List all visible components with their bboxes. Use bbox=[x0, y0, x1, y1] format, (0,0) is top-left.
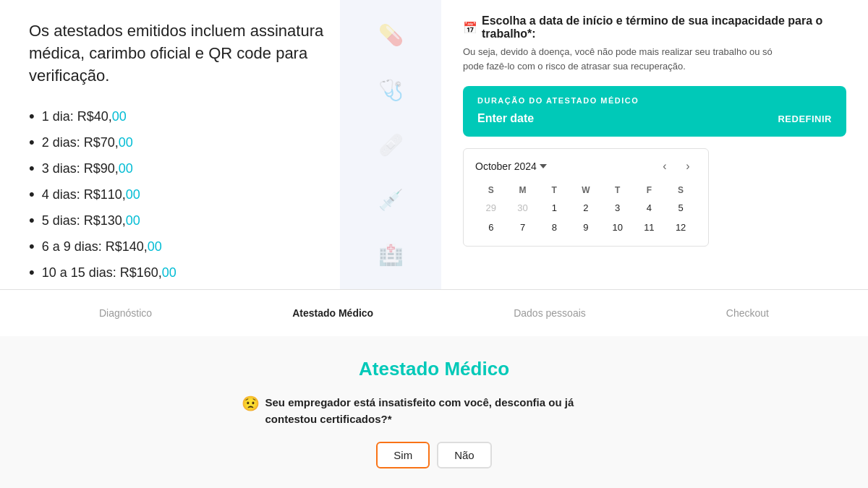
calendar-title-text: Escolha a data de início e término de su… bbox=[482, 14, 846, 40]
calendar-widget: October 2024 ‹ › SMTWTFS 293012345678910… bbox=[463, 148, 709, 247]
price-highlight: 00 bbox=[162, 265, 176, 280]
calendar-day[interactable]: 7 bbox=[507, 218, 539, 237]
day-of-week: S bbox=[475, 182, 507, 198]
button-row: SimNão bbox=[29, 442, 839, 468]
day-of-week: T bbox=[602, 182, 634, 198]
bottom-nav: DiagnósticoAtestado MédicoDados pessoais… bbox=[0, 289, 868, 336]
question-text: Seu empregador está insatisfeito com voc… bbox=[265, 395, 627, 427]
price-text: 1 dia: R$40,00 bbox=[42, 109, 127, 124]
day-of-week: W bbox=[570, 182, 602, 198]
next-month-button[interactable]: › bbox=[679, 158, 697, 175]
price-text: 10 a 15 dias: R$160,00 bbox=[42, 265, 176, 281]
top-section: 💊 🩺 🩹 💉 🏥 Os atestados emitidos incluem … bbox=[0, 0, 868, 289]
calendar-day[interactable]: 11 bbox=[634, 218, 665, 237]
duration-box-row: Enter date REDEFINIR bbox=[477, 112, 832, 125]
right-panel: 📅 Escolha a data de início e término de … bbox=[441, 0, 868, 289]
price-highlight: 00 bbox=[119, 161, 133, 176]
calendar-day[interactable]: 5 bbox=[665, 198, 697, 218]
month-label: October 2024 bbox=[475, 160, 537, 172]
calendar-day[interactable]: 2 bbox=[570, 198, 602, 218]
calendar-day[interactable]: 1 bbox=[538, 198, 570, 218]
price-highlight: 00 bbox=[119, 135, 133, 150]
price-text: 3 dias: R$90,00 bbox=[42, 161, 133, 176]
duration-label: DURAÇÃO DO ATESTADO MÉDICO bbox=[477, 96, 832, 105]
nav-step[interactable]: Dados pessoais bbox=[514, 307, 586, 319]
nav-arrows: ‹ › bbox=[656, 158, 697, 175]
redefinir-button[interactable]: REDEFINIR bbox=[778, 114, 832, 124]
enter-date-label: Enter date bbox=[477, 112, 534, 125]
price-highlight: 00 bbox=[148, 239, 162, 254]
calendar-subtitle: Ou seja, devido à doença, você não pode … bbox=[463, 45, 796, 73]
price-text: 2 dias: R$70,00 bbox=[42, 135, 133, 150]
choice-button[interactable]: Sim bbox=[376, 442, 430, 468]
choice-button[interactable]: Não bbox=[437, 442, 492, 468]
calendar-day[interactable]: 9 bbox=[570, 218, 602, 237]
price-highlight: 00 bbox=[126, 213, 140, 228]
prev-month-button[interactable]: ‹ bbox=[656, 158, 673, 175]
duration-box: DURAÇÃO DO ATESTADO MÉDICO Enter date RE… bbox=[463, 86, 846, 137]
bottom-section: Atestado Médico 😟 Seu empregador está in… bbox=[0, 336, 868, 488]
bottom-title: Atestado Médico bbox=[29, 358, 839, 380]
calendar-day[interactable]: 10 bbox=[602, 218, 634, 237]
day-of-week: F bbox=[634, 182, 665, 198]
left-heading: Os atestados emitidos incluem assinatura… bbox=[29, 20, 333, 87]
nav-step[interactable]: Atestado Médico bbox=[292, 307, 373, 319]
left-panel-bg-icons: 💊 🩺 🩹 💉 🏥 bbox=[340, 0, 441, 289]
calendar-grid: SMTWTFS 2930123456789101112 bbox=[475, 182, 697, 237]
calendar-day[interactable]: 30 bbox=[507, 198, 539, 218]
day-of-week: S bbox=[665, 182, 697, 198]
calendar-day[interactable]: 4 bbox=[634, 198, 665, 218]
question-emoji: 😟 bbox=[242, 395, 260, 412]
calendar-day[interactable]: 3 bbox=[602, 198, 634, 218]
calendar-nav: October 2024 ‹ › bbox=[475, 158, 697, 175]
price-highlight: 00 bbox=[126, 187, 140, 202]
question-row: 😟 Seu empregador está insatisfeito com v… bbox=[29, 395, 839, 427]
chevron-down-icon bbox=[540, 164, 547, 168]
left-panel: 💊 🩺 🩹 💉 🏥 Os atestados emitidos incluem … bbox=[0, 0, 441, 289]
price-text: 4 dias: R$110,00 bbox=[42, 187, 140, 202]
day-of-week: M bbox=[507, 182, 539, 198]
nav-step[interactable]: Checkout bbox=[726, 307, 769, 319]
month-select[interactable]: October 2024 bbox=[475, 160, 547, 172]
calendar-day[interactable]: 8 bbox=[538, 218, 570, 237]
price-highlight: 00 bbox=[112, 109, 127, 124]
calendar-day[interactable]: 29 bbox=[475, 198, 507, 218]
nav-step[interactable]: Diagnóstico bbox=[99, 307, 152, 319]
price-text: 5 dias: R$130,00 bbox=[42, 213, 140, 228]
calendar-day[interactable]: 6 bbox=[475, 218, 507, 237]
day-of-week: T bbox=[538, 182, 570, 198]
calendar-icon: 📅 bbox=[463, 21, 477, 35]
calendar-day[interactable]: 12 bbox=[665, 218, 697, 237]
calendar-section-title: 📅 Escolha a data de início e término de … bbox=[463, 14, 846, 40]
price-text: 6 a 9 dias: R$140,00 bbox=[42, 239, 162, 254]
